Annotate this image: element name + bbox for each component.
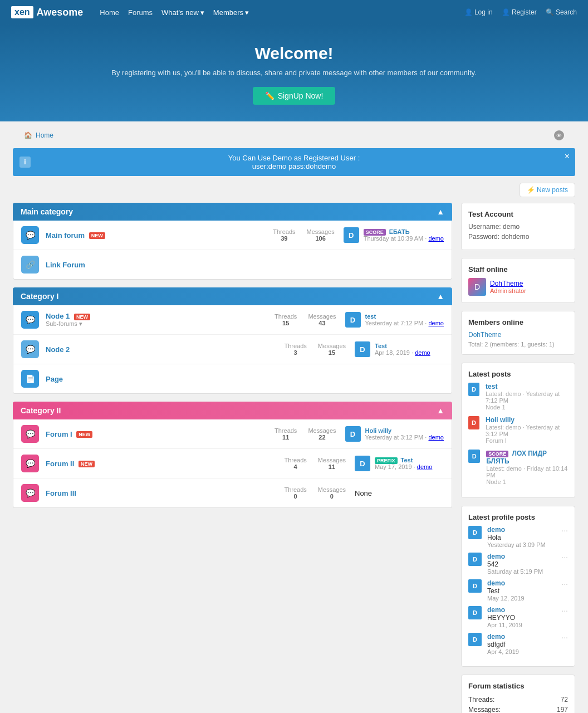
search-link[interactable]: 🔍 Search bbox=[546, 8, 577, 16]
nav-members[interactable]: Members ▾ bbox=[213, 8, 249, 17]
forum-row: 💬 Node 2 Threads 3 Me bbox=[13, 335, 452, 364]
pp-name[interactable]: demo bbox=[487, 633, 519, 641]
breadcrumb-home-link[interactable]: Home bbox=[36, 131, 53, 139]
forum-title-link[interactable]: Forum I bbox=[46, 430, 72, 438]
new-badge: NEW bbox=[89, 232, 105, 239]
forum-title-link[interactable]: Page bbox=[46, 375, 63, 383]
forum-title-link[interactable]: Forum II bbox=[46, 460, 74, 468]
last-post-title[interactable]: SCORE ЕБАТЬ bbox=[364, 228, 444, 235]
lp-title[interactable]: Holi willy bbox=[486, 416, 568, 424]
pp-name[interactable]: demo bbox=[487, 553, 543, 560]
collapse-icon[interactable]: ▲ bbox=[437, 406, 444, 415]
lp-avatar: D bbox=[468, 416, 479, 429]
last-post-user-link[interactable]: demo bbox=[428, 434, 444, 441]
stat-value: 72 bbox=[542, 695, 568, 705]
table-row: Threads: 72 bbox=[468, 695, 568, 705]
lp-meta: Latest: demo · Friday at 10:14 PM bbox=[486, 465, 568, 478]
collapse-icon[interactable]: ▲ bbox=[437, 292, 444, 301]
hero-subtitle: By registering with us, you'll be able t… bbox=[11, 69, 577, 77]
pp-text: 542 bbox=[487, 560, 543, 568]
last-post-title[interactable]: Test bbox=[375, 343, 430, 349]
staff-info: DohTheme Administrator bbox=[490, 280, 526, 294]
nav-home[interactable]: Home bbox=[100, 8, 119, 17]
latest-posts-box: Latest posts D test Latest: demo · Yeste… bbox=[461, 363, 575, 498]
last-post-user-link[interactable]: demo bbox=[428, 320, 444, 326]
new-posts-bar: ⚡ New posts bbox=[13, 183, 575, 197]
forum-title-link[interactable]: Node 1 bbox=[46, 312, 70, 320]
lp-info: test Latest: demo · Yesterday at 7:12 PM… bbox=[486, 383, 568, 411]
register-link[interactable]: 👤 Register bbox=[502, 8, 537, 16]
threads-stat: Threads 0 bbox=[285, 486, 307, 500]
staff-name-link[interactable]: DohTheme bbox=[490, 280, 523, 287]
last-post-avatar: D bbox=[344, 227, 359, 243]
forum-title[interactable]: Node 2 bbox=[46, 345, 285, 354]
latest-post-item: D SCORE ЛОХ ПИДР БЛЯТЬ Latest: demo · Fr… bbox=[468, 450, 568, 485]
pp-date: Apr 11, 2019 bbox=[487, 622, 522, 628]
pp-more-icon[interactable]: ··· bbox=[561, 579, 568, 588]
forum-last-post: D SCORE ЕБАТЬ Thursday at 10:39 AM · dem… bbox=[344, 227, 444, 243]
category-ii: Category II ▲ 💬 Forum I NEW bbox=[13, 402, 452, 508]
last-post-title[interactable]: Holi willy bbox=[365, 427, 444, 434]
nav-whats-new[interactable]: What's new ▾ bbox=[161, 8, 204, 17]
last-post-user-link[interactable]: demo bbox=[417, 463, 433, 470]
pp-more-icon[interactable]: ··· bbox=[561, 633, 568, 642]
hero-section: Welcome! By registering with us, you'll … bbox=[0, 25, 588, 121]
last-post-meta: Yesterday at 3:12 PM · demo bbox=[365, 434, 444, 441]
pp-text: Hola bbox=[487, 534, 546, 541]
lp-title[interactable]: SCORE ЛОХ ПИДР БЛЯТЬ bbox=[486, 450, 568, 465]
new-posts-button[interactable]: ⚡ New posts bbox=[520, 183, 575, 197]
lp-forum: Node 1 bbox=[486, 404, 568, 411]
forum-title-link[interactable]: Main forum bbox=[46, 231, 85, 240]
last-post-title[interactable]: PREFIX Test bbox=[375, 457, 432, 463]
forum-title[interactable]: Page bbox=[46, 375, 444, 383]
pp-name[interactable]: demo bbox=[487, 526, 546, 534]
member-link[interactable]: DohTheme bbox=[468, 331, 501, 339]
forum-statistics-table: Threads: 72 Messages: 197 Members: 2 Lat… bbox=[468, 695, 568, 713]
forum-title[interactable]: Node 1 NEW bbox=[46, 312, 275, 320]
forum-icon: 📄 bbox=[21, 370, 39, 388]
messages-stat: Messages 106 bbox=[307, 228, 335, 242]
forum-title[interactable]: Link Forum bbox=[46, 261, 444, 269]
pp-date: Apr 4, 2019 bbox=[487, 648, 519, 655]
lp-meta: Latest: demo · Yesterday at 3:12 PM bbox=[486, 424, 568, 437]
lp-title[interactable]: test bbox=[486, 383, 568, 390]
demo-notice-close[interactable]: × bbox=[565, 152, 570, 162]
forum-title-link[interactable]: Node 2 bbox=[46, 345, 70, 354]
signup-button[interactable]: ✏️ SignUp Now! bbox=[253, 87, 336, 105]
forum-title[interactable]: Main forum NEW bbox=[46, 231, 273, 240]
pp-name[interactable]: demo bbox=[487, 579, 525, 587]
pp-info: demo Test May 12, 2019 bbox=[487, 579, 525, 602]
pp-more-icon[interactable]: ··· bbox=[561, 606, 568, 615]
pp-name[interactable]: demo bbox=[487, 606, 522, 614]
last-post-user-link[interactable]: demo bbox=[428, 235, 444, 242]
staff-online-row: D DohTheme Administrator bbox=[468, 278, 568, 296]
pp-more-icon[interactable]: ··· bbox=[561, 526, 568, 535]
forum-info: Main forum NEW bbox=[46, 231, 273, 240]
main-layout: Main category ▲ 💬 Main forum NEW bbox=[13, 203, 575, 713]
sub-forums[interactable]: Sub-forums ▾ bbox=[46, 320, 275, 328]
forum-row: 🔗 Link Forum bbox=[13, 250, 452, 279]
forum-title[interactable]: Forum I NEW bbox=[46, 430, 275, 438]
forum-row: 💬 Forum II NEW Threads 4 bbox=[13, 449, 452, 478]
last-post-title[interactable]: test bbox=[365, 313, 444, 320]
collapse-icon[interactable]: ▲ bbox=[437, 207, 444, 216]
forum-title[interactable]: Forum III bbox=[46, 489, 285, 497]
eye-icon[interactable]: 👁 bbox=[554, 130, 564, 140]
login-link[interactable]: 👤 Log in bbox=[464, 8, 493, 16]
category-main: Main category ▲ 💬 Main forum NEW bbox=[13, 203, 452, 280]
edit-icon: ✏️ bbox=[265, 91, 275, 100]
category-i-header: Category I ▲ bbox=[13, 287, 452, 305]
pp-info: demo sdfgdf Apr 4, 2019 bbox=[487, 633, 519, 655]
last-post-info: Test Apr 18, 2019 · demo bbox=[375, 343, 430, 356]
pp-text: Test bbox=[487, 587, 525, 595]
last-post-user-link[interactable]: demo bbox=[415, 349, 430, 356]
nav-forums[interactable]: Forums bbox=[128, 8, 153, 17]
forum-title-link[interactable]: Forum III bbox=[46, 489, 76, 497]
category-i-body: 💬 Node 1 NEW Sub-forums ▾ Threads 15 bbox=[13, 305, 452, 394]
forum-row: 💬 Forum I NEW Threads 11 bbox=[13, 419, 452, 449]
category-main-header: Main category ▲ bbox=[13, 203, 452, 221]
forum-title[interactable]: Forum II NEW bbox=[46, 460, 285, 468]
navbar-brand[interactable]: xen Awesome bbox=[11, 6, 83, 18]
pp-more-icon[interactable]: ··· bbox=[561, 553, 568, 561]
forum-title-link[interactable]: Link Forum bbox=[46, 261, 85, 269]
